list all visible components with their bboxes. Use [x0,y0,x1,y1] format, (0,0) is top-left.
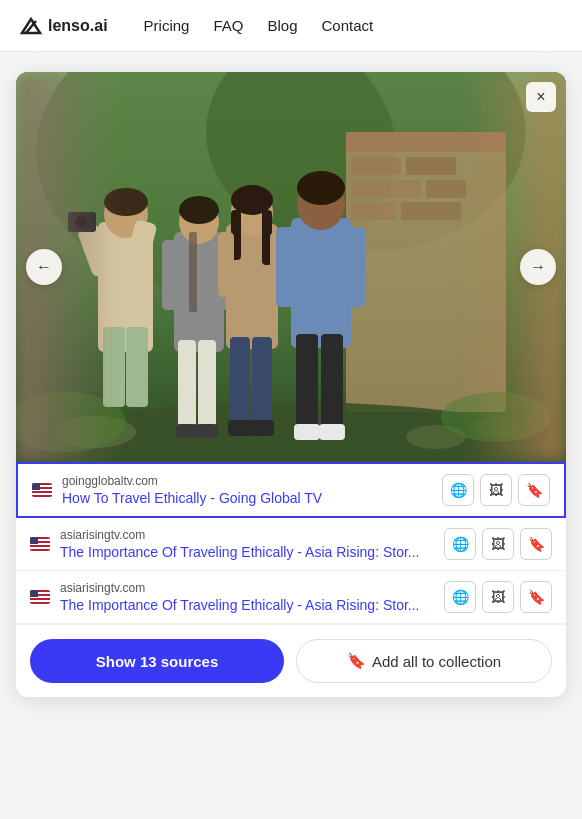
svg-rect-10 [426,180,466,198]
svg-rect-29 [174,232,224,352]
svg-rect-53 [276,227,296,307]
svg-rect-55 [296,334,318,434]
svg-rect-11 [351,202,396,220]
svg-rect-12 [401,202,461,220]
globe-icon-2: 🌐 [452,536,469,552]
globe-icon-3: 🌐 [452,589,469,605]
svg-rect-58 [319,424,345,440]
next-arrow-icon: → [530,258,546,276]
source-info-1: goingglobaltv.com How To Travel Ethicall… [62,474,432,506]
svg-rect-8 [406,157,456,175]
source-favicon-2 [30,534,50,554]
source-title-3[interactable]: The Importance Of Traveling Ethically - … [60,597,434,613]
nav-faq[interactable]: FAQ [213,17,243,34]
svg-rect-37 [176,424,198,438]
prev-arrow-button[interactable]: ← [26,249,62,285]
source-item-1: goingglobaltv.com How To Travel Ethicall… [16,462,566,518]
navbar: lenso.ai Pricing FAQ Blog Contact [0,0,582,52]
svg-point-52 [297,171,345,205]
svg-rect-49 [250,420,274,436]
source-image-btn-1[interactable]: 🖼 [480,474,512,506]
image-icon-3: 🖼 [491,589,505,605]
source-globe-btn-2[interactable]: 🌐 [444,528,476,560]
svg-rect-47 [252,337,272,427]
bookmark-icon-3: 🔖 [528,589,545,605]
svg-rect-44 [218,232,234,297]
image-icon-2: 🖼 [491,536,505,552]
source-bookmark-btn-3[interactable]: 🔖 [520,581,552,613]
source-globe-btn-1[interactable]: 🌐 [442,474,474,506]
nav-links: Pricing FAQ Blog Contact [144,17,374,34]
add-collection-button[interactable]: 🔖 Add all to collection [296,639,552,683]
bookmark-icon-2: 🔖 [528,536,545,552]
source-bookmark-btn-1[interactable]: 🔖 [518,474,550,506]
scene-image [16,72,566,462]
close-icon: × [536,88,545,106]
source-domain-3: asiarisingtv.com [60,581,434,595]
source-favicon-3 [30,587,50,607]
bookmark-icon-1: 🔖 [526,482,543,498]
main-content: × ← → goingglobaltv.com How To Travel Et… [0,52,582,819]
close-button[interactable]: × [526,82,556,112]
source-image-btn-2[interactable]: 🖼 [482,528,514,560]
source-actions-2: 🌐 🖼 🔖 [444,528,552,560]
svg-rect-7 [351,157,401,175]
svg-rect-28 [126,327,148,407]
source-favicon-1 [32,480,52,500]
collection-icon: 🔖 [347,652,366,670]
source-domain-2: asiarisingtv.com [60,528,434,542]
svg-rect-38 [196,424,218,438]
svg-rect-46 [230,337,250,427]
sources-list: goingglobaltv.com How To Travel Ethicall… [16,462,566,624]
svg-rect-56 [321,334,343,434]
source-image-btn-3[interactable]: 🖼 [482,581,514,613]
source-info-2: asiarisingtv.com The Importance Of Trave… [60,528,434,560]
bottom-actions: Show 13 sources 🔖 Add all to collection [16,624,566,697]
source-item-2: asiarisingtv.com The Importance Of Trave… [16,518,566,571]
svg-rect-36 [198,340,216,430]
svg-rect-9 [351,180,421,198]
logo-link[interactable]: lenso.ai [20,15,108,37]
source-info-3: asiarisingtv.com The Importance Of Trave… [60,581,434,613]
logo-text: lenso.ai [48,17,108,35]
svg-rect-54 [345,227,365,307]
nav-blog[interactable]: Blog [267,17,297,34]
svg-rect-35 [178,340,196,430]
logo-icon [20,15,42,37]
source-title-2[interactable]: The Importance Of Traveling Ethically - … [60,544,434,560]
flag-icon-1 [32,483,52,497]
add-collection-label: Add all to collection [372,653,501,670]
svg-rect-32 [162,240,180,310]
nav-pricing[interactable]: Pricing [144,17,190,34]
modal-card: × ← → goingglobaltv.com How To Travel Et… [16,72,566,697]
source-item-3: asiarisingtv.com The Importance Of Trave… [16,571,566,624]
source-bookmark-btn-2[interactable]: 🔖 [520,528,552,560]
flag-icon-2 [30,537,50,551]
svg-rect-34 [189,232,197,312]
source-title-1[interactable]: How To Travel Ethically - Going Global T… [62,490,432,506]
image-area: × ← → [16,72,566,462]
nav-contact[interactable]: Contact [321,17,373,34]
source-globe-btn-3[interactable]: 🌐 [444,581,476,613]
flag-icon-3 [30,590,50,604]
svg-point-31 [179,196,219,224]
source-actions-3: 🌐 🖼 🔖 [444,581,552,613]
globe-icon-1: 🌐 [450,482,467,498]
prev-arrow-icon: ← [36,258,52,276]
svg-rect-57 [294,424,320,440]
source-actions-1: 🌐 🖼 🔖 [442,474,550,506]
source-domain-1: goingglobaltv.com [62,474,432,488]
svg-rect-48 [228,420,252,436]
image-icon-1: 🖼 [489,482,503,498]
next-arrow-button[interactable]: → [520,249,556,285]
svg-rect-50 [291,218,351,348]
show-sources-button[interactable]: Show 13 sources [30,639,284,683]
